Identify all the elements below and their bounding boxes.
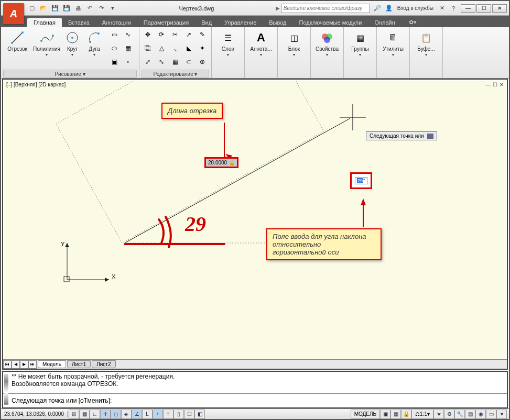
grid-icon[interactable]: ▦ [79, 410, 90, 419]
close-button[interactable]: ✕ [492, 4, 507, 13]
help-icon[interactable]: ? [448, 4, 459, 13]
quickview2-icon[interactable]: ▦ [390, 410, 401, 419]
clipboard-button[interactable]: 📋Буфе...▼ [412, 28, 440, 59]
circle-button[interactable]: Круг▼ [62, 28, 83, 59]
explode-icon[interactable]: ✦ [196, 42, 209, 54]
tab-plugins[interactable]: Подключаемые модули [293, 18, 368, 27]
tab-help-icon[interactable]: ✿▾ [406, 17, 420, 27]
print-icon[interactable]: 🖶 [73, 4, 83, 13]
sc-icon[interactable]: ◧ [194, 410, 205, 419]
tab-insert[interactable]: Вставка [62, 18, 96, 27]
minimize-button[interactable]: — [461, 4, 475, 13]
line-button[interactable]: Отрезок [3, 28, 31, 54]
otrack-icon[interactable]: ∠ [132, 410, 142, 419]
tab-home[interactable]: Главная [27, 18, 62, 27]
coordinates[interactable]: 23.6704, 13.0626, 0.0000 [1, 411, 68, 417]
hardware-icon[interactable]: ▤ [465, 410, 475, 419]
chamfer-icon[interactable]: ◣ [182, 42, 195, 54]
cmd-grip-icon[interactable] [4, 374, 8, 405]
redo-icon[interactable]: ↷ [96, 4, 106, 13]
3dosnap-icon[interactable]: ◈ [121, 410, 132, 419]
tab-manage[interactable]: Управление [218, 18, 263, 27]
login-link[interactable]: Вход в службы [395, 5, 436, 11]
tab-parametric[interactable]: Параметризация [137, 18, 195, 27]
groups-button[interactable]: ▦Группы▼ [346, 28, 374, 59]
tab-sheet1[interactable]: Лист1 [67, 360, 91, 368]
scale-icon[interactable]: ⤡ [155, 56, 168, 68]
utilities-button[interactable]: 🖩Утилиты▼ [379, 28, 407, 59]
arc-button[interactable]: Дуга▼ [84, 28, 105, 59]
mirror-icon[interactable]: △ [155, 42, 168, 54]
move-icon[interactable]: ✥ [142, 28, 154, 41]
maximize-button[interactable]: ☐ [476, 4, 491, 13]
model-space-label[interactable]: МОДЕЛЬ [351, 410, 380, 419]
erase-icon[interactable]: ✎ [196, 28, 209, 41]
trim-icon[interactable]: ✂ [169, 28, 181, 41]
snap-icon[interactable]: ⊞ [69, 410, 79, 419]
search-icon[interactable]: 🔎 [372, 4, 383, 13]
annoscale-icon[interactable]: 🔒 [401, 410, 411, 419]
array-icon[interactable]: ▦ [169, 56, 181, 68]
fillet-icon[interactable]: ◟ [169, 42, 181, 54]
sheet-first-icon[interactable]: ⏮ [3, 360, 12, 369]
drawing-canvas[interactable]: [–] [Верхняя] [2D каркас] — ☐ ✕ [4, 81, 506, 359]
rotate-icon[interactable]: ⟳ [155, 28, 168, 41]
spline-icon[interactable]: ∿ [122, 28, 134, 41]
dynamic-length-input[interactable]: 20.0000 🔒 [204, 157, 238, 168]
panel-modify-label[interactable]: Редактирование ▾ [142, 70, 209, 78]
tray-icon[interactable]: ▾ [496, 410, 507, 419]
tab-annotate[interactable]: Аннотации [96, 18, 137, 27]
sheet-next-icon[interactable]: ▶ [20, 360, 28, 369]
anno-scale[interactable]: ⚖ 1:1 ▾ [411, 410, 433, 419]
tab-output[interactable]: Вывод [263, 18, 292, 27]
ducs-icon[interactable]: L [142, 410, 153, 419]
copy-icon[interactable]: ⿻ [142, 42, 154, 54]
ortho-icon[interactable]: ∟ [90, 410, 100, 419]
polar-icon[interactable]: ✛ [100, 410, 111, 419]
lwt-icon[interactable]: ≡ [163, 410, 173, 419]
ellipse-icon[interactable]: ⬭ [108, 42, 121, 54]
region-icon[interactable]: ▣ [108, 56, 121, 68]
offset-icon[interactable]: ⊂ [182, 56, 195, 68]
toolbar-icon[interactable]: 🔧 [454, 410, 465, 419]
open-icon[interactable]: 📂 [39, 4, 48, 13]
new-icon[interactable]: ▢ [27, 4, 37, 13]
dyn-icon[interactable]: + [153, 410, 163, 419]
properties-button[interactable]: Свойства▼ [313, 28, 341, 59]
dynamic-angle-input[interactable]: 29° [350, 172, 372, 189]
tab-model[interactable]: Модель [38, 360, 66, 368]
stretch-icon[interactable]: ⤢ [142, 56, 154, 68]
undo-icon[interactable]: ↶ [85, 4, 94, 13]
app-logo[interactable]: A [3, 3, 24, 24]
tab-view[interactable]: Вид [195, 18, 218, 27]
prompt-menu-icon[interactable] [427, 134, 433, 139]
sheet-prev-icon[interactable]: ◀ [12, 360, 20, 369]
ws-icon[interactable]: ⚙ [444, 410, 454, 419]
qat-dropdown-icon[interactable]: ▾ [108, 4, 117, 13]
saveas-icon[interactable]: 💾 [62, 4, 71, 13]
clean-icon[interactable]: ▭ [486, 410, 496, 419]
command-input[interactable]: Следующая точка или [оТменить]: [3, 394, 507, 407]
exchange-icon[interactable]: ✕ [437, 4, 447, 13]
tab-sheet2[interactable]: Лист2 [92, 360, 115, 368]
extend-icon[interactable]: ↗ [182, 28, 195, 41]
user-icon[interactable]: 👤 [384, 4, 394, 13]
annotate-button[interactable]: AАннота...▼ [247, 28, 275, 59]
hatch-icon[interactable]: ▦ [122, 42, 134, 54]
layers-button[interactable]: ☰Слои▼ [214, 28, 242, 59]
search-input[interactable] [281, 4, 370, 13]
polyline-button[interactable]: Полилиния▼ [32, 28, 61, 59]
point-icon[interactable]: ▫ [122, 56, 134, 68]
panel-draw-label[interactable]: Рисование ▾ [3, 70, 137, 78]
sheet-last-icon[interactable]: ⏭ [28, 360, 37, 369]
join-icon[interactable]: ⊕ [196, 56, 209, 68]
isolate-icon[interactable]: ◉ [475, 410, 486, 419]
block-button[interactable]: ◫Блок▼ [280, 28, 308, 59]
tpy-icon[interactable]: ▯ [173, 410, 184, 419]
rectangle-icon[interactable]: ▭ [108, 28, 121, 41]
save-icon[interactable]: 💾 [50, 4, 60, 13]
qp-icon[interactable]: ☐ [184, 410, 194, 419]
osnap-icon[interactable]: ◻ [111, 410, 121, 419]
quickview-icon[interactable]: ▣ [380, 410, 390, 419]
tab-online[interactable]: Онлайн [368, 18, 401, 27]
